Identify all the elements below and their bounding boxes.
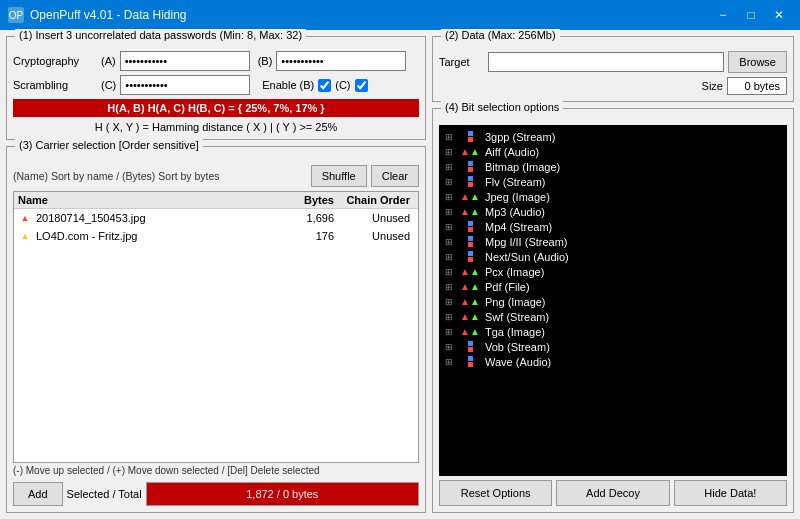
bit-item[interactable]: ⊞▲▲Tga (Image) — [443, 324, 783, 339]
bit-item[interactable]: ⊞Flv (Stream) — [443, 174, 783, 189]
expand-icon: ⊞ — [445, 252, 455, 262]
target-label: Target — [439, 56, 484, 68]
cryptography-row: Cryptography (A) (B) — [13, 51, 419, 71]
bit-type-icon — [461, 341, 479, 353]
browse-button[interactable]: Browse — [728, 51, 787, 73]
data-group: (2) Data (Max: 256Mb) Target Browse Size… — [432, 36, 794, 102]
bit-item-label: Mp3 (Audio) — [485, 206, 545, 218]
bit-type-icon — [461, 131, 479, 143]
scrambling-row: Scrambling (C) Enable (B) (C) — [13, 75, 419, 95]
col-name-header: Name — [18, 194, 264, 206]
bit-item[interactable]: ⊞Next/Sun (Audio) — [443, 249, 783, 264]
password-a-input[interactable] — [120, 51, 250, 71]
expand-icon: ⊞ — [445, 132, 455, 142]
bit-item-label: Next/Sun (Audio) — [485, 251, 569, 263]
hide-data-button[interactable]: Hide Data! — [674, 480, 787, 506]
enable-c-checkbox[interactable] — [355, 79, 368, 92]
passwords-check-text: H(A, B) H(A, C) H(B, C) = { 25%, 7%, 17%… — [107, 102, 324, 114]
carrier-group-title: (3) Carrier selection [Order sensitive] — [15, 139, 203, 151]
label-a: (A) — [101, 55, 116, 67]
bit-type-icon: ▲▲ — [461, 266, 479, 278]
bit-item[interactable]: ⊞Mp4 (Stream) — [443, 219, 783, 234]
bit-item[interactable]: ⊞3gpp (Stream) — [443, 129, 783, 144]
scrambling-label: Scrambling — [13, 79, 93, 91]
title-bar-text: OpenPuff v4.01 - Data Hiding — [30, 8, 187, 22]
bit-item-label: Pcx (Image) — [485, 266, 544, 278]
file-chain-2: Unused — [334, 230, 414, 242]
bit-item[interactable]: ⊞▲▲Mp3 (Audio) — [443, 204, 783, 219]
bit-type-icon — [461, 251, 479, 263]
bit-item[interactable]: ⊞▲▲Jpeg (Image) — [443, 189, 783, 204]
bit-item[interactable]: ⊞▲▲Aiff (Audio) — [443, 144, 783, 159]
bit-item[interactable]: ⊞▲▲Swf (Stream) — [443, 309, 783, 324]
table-row[interactable]: ▲ 20180714_150453.jpg 1,696 Unused — [14, 209, 418, 227]
carrier-bottom: Add Selected / Total 1,872 / 0 bytes — [13, 482, 419, 506]
close-button[interactable]: ✕ — [766, 5, 792, 25]
file-bytes-1: 1,696 — [264, 212, 334, 224]
bit-item-label: Jpeg (Image) — [485, 191, 550, 203]
target-input[interactable] — [488, 52, 724, 72]
bit-item-label: Vob (Stream) — [485, 341, 550, 353]
bit-item-label: Swf (Stream) — [485, 311, 549, 323]
bit-item[interactable]: ⊞Wave (Audio) — [443, 354, 783, 369]
bit-item-label: Png (Image) — [485, 296, 546, 308]
table-row[interactable]: ▲ LO4D.com - Fritz.jpg 176 Unused — [14, 227, 418, 245]
bit-item-label: Bitmap (Image) — [485, 161, 560, 173]
carrier-toolbar: (Name) Sort by name / (Bytes) Sort by by… — [13, 165, 419, 187]
bit-item[interactable]: ⊞Vob (Stream) — [443, 339, 783, 354]
col-bytes-header: Bytes — [264, 194, 334, 206]
add-decoy-button[interactable]: Add Decoy — [556, 480, 669, 506]
bit-item[interactable]: ⊞▲▲Png (Image) — [443, 294, 783, 309]
expand-icon: ⊞ — [445, 342, 455, 352]
enable-b-checkbox[interactable] — [318, 79, 331, 92]
bit-type-icon — [461, 176, 479, 188]
passwords-check: H(A, B) H(A, C) H(B, C) = { 25%, 7%, 17%… — [13, 99, 419, 117]
expand-icon: ⊞ — [445, 327, 455, 337]
progress-text: 1,872 / 0 bytes — [147, 488, 418, 500]
bit-list: ⊞3gpp (Stream)⊞▲▲Aiff (Audio)⊞Bitmap (Im… — [439, 125, 787, 476]
expand-icon: ⊞ — [445, 237, 455, 247]
enable-b-label: Enable (B) — [262, 79, 314, 91]
bottom-buttons: Reset Options Add Decoy Hide Data! — [439, 480, 787, 506]
cryptography-label: Cryptography — [13, 55, 93, 67]
bit-item-label: Pdf (File) — [485, 281, 530, 293]
password-b-input[interactable] — [276, 51, 406, 71]
maximize-button[interactable]: □ — [738, 5, 764, 25]
passwords-group-title: (1) Insert 3 uncorrelated data passwords… — [15, 29, 306, 41]
carrier-table: Name Bytes Chain Order ▲ 20180714_150453… — [13, 191, 419, 463]
expand-icon: ⊞ — [445, 207, 455, 217]
shuffle-button[interactable]: Shuffle — [311, 165, 367, 187]
bit-item-label: 3gpp (Stream) — [485, 131, 555, 143]
password-c-input[interactable] — [120, 75, 250, 95]
file-icon-1: ▲ — [18, 211, 32, 225]
minimize-button[interactable]: − — [710, 5, 736, 25]
bit-group-title: (4) Bit selection options — [441, 101, 563, 113]
bit-item-label: Tga (Image) — [485, 326, 545, 338]
clear-button[interactable]: Clear — [371, 165, 419, 187]
app-icon: OP — [8, 7, 24, 23]
bit-item[interactable]: ⊞Bitmap (Image) — [443, 159, 783, 174]
expand-icon: ⊞ — [445, 162, 455, 172]
expand-icon: ⊞ — [445, 267, 455, 277]
bit-type-icon: ▲▲ — [461, 326, 479, 338]
bit-item-label: Mp4 (Stream) — [485, 221, 552, 233]
bit-type-icon — [461, 236, 479, 248]
bit-group-box: (4) Bit selection options ⊞3gpp (Stream)… — [432, 108, 794, 513]
add-button[interactable]: Add — [13, 482, 63, 506]
expand-icon: ⊞ — [445, 357, 455, 367]
title-bar: OP OpenPuff v4.01 - Data Hiding − □ ✕ — [0, 0, 800, 30]
bit-type-icon: ▲▲ — [461, 311, 479, 323]
expand-icon: ⊞ — [445, 192, 455, 202]
hamming-row: H ( X, Y ) = Hamming distance ( X ) | ( … — [13, 121, 419, 133]
bit-item[interactable]: ⊞Mpg I/II (Stream) — [443, 234, 783, 249]
data-group-title: (2) Data (Max: 256Mb) — [441, 29, 560, 41]
size-value: 0 bytes — [727, 77, 787, 95]
reset-options-button[interactable]: Reset Options — [439, 480, 552, 506]
col-chain-header: Chain Order — [334, 194, 414, 206]
carrier-box: (3) Carrier selection [Order sensitive] … — [6, 146, 426, 513]
bit-item[interactable]: ⊞▲▲Pdf (File) — [443, 279, 783, 294]
passwords-group: (1) Insert 3 uncorrelated data passwords… — [6, 36, 426, 140]
bit-item[interactable]: ⊞▲▲Pcx (Image) — [443, 264, 783, 279]
file-bytes-2: 176 — [264, 230, 334, 242]
hamming-text: H ( X, Y ) = Hamming distance ( X ) | ( … — [95, 121, 338, 133]
